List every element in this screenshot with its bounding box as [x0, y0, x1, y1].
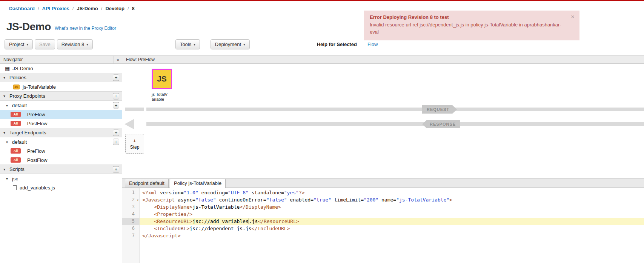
project-dropdown-label: Project	[9, 42, 24, 47]
tree-item-target-default[interactable]: ▾ default +	[0, 137, 122, 146]
response-flow-bar	[146, 122, 644, 126]
code-text: <DisplayName>js-TotalVariable</DisplayNa…	[140, 203, 644, 211]
response-arrow-icon	[124, 119, 134, 129]
code-line[interactable]: 1<?xml version="1.0" encoding="UTF-8" st…	[122, 189, 644, 196]
fold-marker-icon[interactable]: ▾	[137, 197, 139, 204]
tree-item-label: default	[12, 103, 27, 108]
response-label-tag: RESPONSE	[422, 120, 460, 128]
chevron-down-icon: ▾	[26, 43, 28, 46]
breadcrumb-separator: /	[101, 6, 103, 11]
line-number: 7	[122, 232, 140, 239]
page-title: JS-Demo	[6, 21, 51, 33]
revision-dropdown[interactable]: Revision 8 ▾	[57, 39, 93, 49]
tree-item-label: JS-Demo	[12, 66, 33, 71]
tab-endpoint-default[interactable]: Endpoint default	[125, 179, 169, 188]
revision-dropdown-label: Revision 8	[61, 42, 85, 47]
tree-item-proxy-root[interactable]: ▦ JS-Demo	[0, 64, 122, 73]
flow-node-label-line2: ariable	[152, 97, 176, 102]
navigator-panel: Navigator « ▦ JS-Demo ▾ Policies + JS js…	[0, 55, 122, 263]
plus-icon: +	[133, 138, 137, 143]
add-policy-button[interactable]: +	[113, 74, 119, 81]
add-script-button[interactable]: +	[113, 166, 119, 172]
line-number: 4	[122, 211, 140, 218]
section-label: Policies	[9, 75, 26, 80]
whats-new-link[interactable]: What's new in the Proxy Editor	[55, 26, 116, 31]
tree-item-proxy-postflow[interactable]: All PostFlow	[0, 119, 122, 128]
section-policies[interactable]: ▾ Policies +	[0, 73, 122, 82]
breadcrumb-item-develop: Develop	[105, 6, 124, 11]
caret-down-icon: ▾	[6, 140, 10, 144]
section-label: Scripts	[9, 166, 25, 172]
close-icon[interactable]: ×	[571, 14, 575, 20]
add-target-endpoint-button[interactable]: +	[113, 129, 119, 136]
breadcrumb-separator: /	[128, 6, 129, 11]
caret-down-icon: ▾	[3, 167, 7, 171]
code-line[interactable]: 3 <DisplayName>js-TotalVariable</Display…	[122, 203, 644, 211]
tree-item-policy-js-totalvariable[interactable]: JS js-TotalVariable	[0, 82, 122, 91]
all-badge: All	[11, 121, 21, 126]
breadcrumb-item-proxy: JS-Demo	[77, 6, 98, 11]
chevron-down-icon: ▾	[243, 43, 245, 46]
all-badge: All	[11, 148, 21, 154]
line-number: 2▾	[122, 196, 140, 203]
tools-dropdown[interactable]: Tools ▾	[175, 39, 200, 49]
code-line[interactable]: 6 <IncludeURL>jsc://dependent_js.js</Inc…	[122, 225, 644, 232]
section-proxy-endpoints[interactable]: ▾ Proxy Endpoints +	[0, 91, 122, 101]
deployment-dropdown[interactable]: Deployment ▾	[211, 39, 250, 49]
chevron-down-icon: ▾	[194, 43, 195, 46]
add-step-label: Step	[130, 145, 140, 150]
all-badge: All	[11, 112, 21, 117]
caret-down-icon: ▾	[6, 103, 10, 108]
deployment-dropdown-label: Deployment	[215, 42, 241, 47]
line-number: 3	[122, 203, 140, 211]
toolbar: Project ▾ Save Revision 8 ▾ Tools ▾ Depl…	[0, 38, 644, 55]
tree-item-target-preflow[interactable]: All PreFlow	[0, 146, 122, 155]
tree-item-target-postflow[interactable]: All PostFlow	[0, 155, 122, 165]
tools-dropdown-label: Tools	[180, 42, 191, 47]
flow-help-link[interactable]: Flow	[367, 39, 378, 49]
js-policy-icon: JS	[13, 85, 20, 89]
tree-item-label: add_variables.js	[20, 185, 55, 191]
section-target-endpoints[interactable]: ▾ Target Endpoints +	[0, 128, 122, 137]
project-dropdown[interactable]: Project ▾	[5, 39, 33, 49]
section-scripts[interactable]: ▾ Scripts +	[0, 165, 122, 174]
code-line[interactable]: 2▾<Javascript async="false" continueOnEr…	[122, 196, 644, 203]
proxy-icon: ▦	[5, 65, 10, 71]
tree-item-proxy-default[interactable]: ▾ default +	[0, 101, 122, 110]
page-header: JS-Demo What's new in the Proxy Editor	[0, 15, 116, 38]
flow-header: Flow: PreFlow	[122, 55, 644, 64]
request-flow-segment	[125, 108, 144, 111]
tree-item-jsc-folder[interactable]: ▾ jsc	[0, 174, 122, 183]
tree-item-proxy-preflow[interactable]: All PreFlow	[0, 110, 122, 119]
caret-down-icon: ▾	[3, 131, 7, 135]
caret-down-icon: ▾	[6, 177, 10, 181]
code-text: <Javascript async="false" continueOnErro…	[140, 196, 644, 203]
code-editor[interactable]: 1<?xml version="1.0" encoding="UTF-8" st…	[122, 188, 644, 263]
section-label: Proxy Endpoints	[9, 93, 45, 99]
add-flow-button[interactable]: +	[113, 139, 119, 145]
code-line[interactable]: 5 <ResourceURL>jsc://add_variables.js</R…	[122, 218, 644, 225]
add-flow-button[interactable]: +	[113, 102, 119, 109]
breadcrumb-link-dashboard[interactable]: Dashboard	[9, 6, 35, 11]
tree-item-label: PreFlow	[27, 148, 45, 154]
code-text: <IncludeURL>jsc://dependent_js.js</Inclu…	[140, 225, 644, 232]
breadcrumb-separator: /	[38, 6, 39, 11]
collapse-sidebar-button[interactable]: «	[114, 56, 122, 63]
add-proxy-endpoint-button[interactable]: +	[113, 93, 119, 99]
save-button[interactable]: Save	[35, 39, 55, 49]
file-icon	[13, 185, 17, 190]
breadcrumb-link-api-proxies[interactable]: API Proxies	[42, 6, 69, 11]
error-toast-title: Error Deploying Revision 8 to test	[370, 14, 565, 20]
caret-down-icon: ▾	[3, 94, 7, 98]
help-for-selected-label: Help for Selected	[317, 39, 357, 49]
code-line[interactable]: 7</Javascript>	[122, 232, 644, 239]
tab-policy-js-totalvariable[interactable]: Policy js-TotalVariable	[170, 179, 226, 188]
flow-node-js-totalvariable[interactable]: JS	[152, 69, 172, 89]
main-split: Navigator « ▦ JS-Demo ▾ Policies + JS js…	[0, 55, 644, 263]
add-step-button[interactable]: + Step	[125, 134, 144, 154]
code-line[interactable]: 4 <Properties/>	[122, 211, 644, 218]
code-text: <?xml version="1.0" encoding="UTF-8" sta…	[140, 189, 644, 196]
section-label: Target Endpoints	[9, 130, 46, 135]
request-flow-bar	[146, 108, 644, 111]
tree-item-add-variables-js[interactable]: add_variables.js	[0, 183, 122, 192]
